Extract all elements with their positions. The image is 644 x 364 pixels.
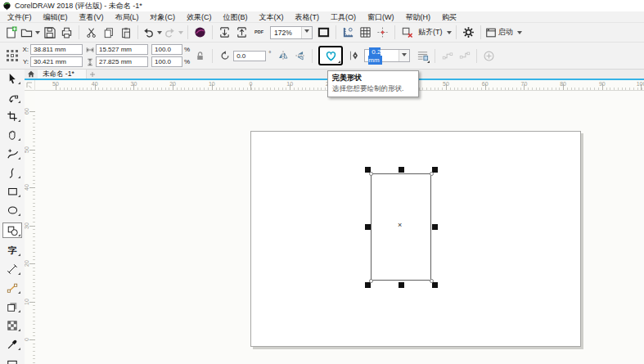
- mirror-horizontal-button[interactable]: [275, 47, 290, 64]
- freehand-tool[interactable]: [3, 147, 21, 160]
- common-shapes-tool[interactable]: [2, 222, 22, 238]
- selection-center-mark: ×: [398, 222, 402, 229]
- cut-button[interactable]: [83, 25, 99, 41]
- canvas-area[interactable]: ×: [35, 91, 644, 364]
- v-ruler-label: 10: [25, 297, 35, 307]
- drop-shadow-tool[interactable]: [3, 300, 21, 313]
- crop-tool[interactable]: [3, 110, 21, 123]
- perfect-shapes-button[interactable]: [318, 46, 343, 65]
- lock-ratio-button[interactable]: [192, 47, 208, 64]
- rectangle-tool[interactable]: [3, 185, 21, 198]
- menu-item-3[interactable]: 查看(V): [74, 11, 110, 23]
- quick-customize-button[interactable]: [481, 47, 497, 64]
- selection-handle[interactable]: [432, 282, 438, 288]
- options-button[interactable]: [461, 25, 476, 41]
- print-button[interactable]: [59, 25, 74, 41]
- welcome-tab[interactable]: [25, 70, 38, 79]
- selection-handle[interactable]: [365, 282, 371, 288]
- interactive-fill-tool[interactable]: [3, 357, 21, 364]
- corner-node[interactable]: [430, 172, 434, 176]
- show-rulers-button[interactable]: [340, 25, 356, 41]
- rotation-angle-input[interactable]: 0.0: [233, 51, 266, 61]
- shape-tool[interactable]: [3, 91, 21, 104]
- vertical-ruler[interactable]: 6050403020100: [25, 91, 35, 364]
- outline-width-combo[interactable]: 0.2 mm: [364, 49, 410, 62]
- flyout-corner-icon: [18, 157, 20, 160]
- pick-tool[interactable]: [3, 72, 21, 85]
- menu-item-2[interactable]: 编辑(E): [38, 11, 74, 23]
- object-height-input[interactable]: 27.825 mm: [96, 56, 148, 67]
- flyout-corner-icon: [18, 234, 20, 236]
- connector-tool[interactable]: [3, 281, 21, 294]
- scale-height-input[interactable]: 100.0: [151, 56, 182, 67]
- menu-item-7[interactable]: 位图(B): [218, 11, 254, 23]
- dimension-tool[interactable]: [3, 263, 21, 276]
- transparency-tool[interactable]: [3, 319, 21, 332]
- menu-item-11[interactable]: 窗口(W): [362, 11, 400, 23]
- undo-dropdown-icon[interactable]: [157, 31, 162, 37]
- corner-node[interactable]: [369, 172, 373, 176]
- object-width-input[interactable]: 15.527 mm: [96, 44, 148, 55]
- menu-item-6[interactable]: 效果(C): [181, 11, 218, 23]
- new-document-button[interactable]: [3, 25, 19, 41]
- undo-button[interactable]: [142, 25, 162, 41]
- fullscreen-preview-button[interactable]: [316, 25, 331, 41]
- menu-item-12[interactable]: 帮助(H): [400, 11, 437, 23]
- two-point-line-tool[interactable]: [3, 166, 21, 179]
- text-tool[interactable]: 字: [3, 244, 21, 257]
- publish-pdf-button[interactable]: PDF: [251, 25, 267, 41]
- y-position-input[interactable]: 30.421 mm: [30, 56, 83, 67]
- toolbar-separator: [336, 25, 336, 39]
- launch-dropdown[interactable]: 启动: [485, 25, 522, 41]
- document-tab[interactable]: 未命名 -1*: [38, 70, 87, 79]
- new-tab-button[interactable]: [87, 70, 98, 79]
- x-position-input[interactable]: 38.811 mm: [30, 44, 83, 55]
- wrap-text-button[interactable]: [415, 47, 430, 64]
- save-button[interactable]: [42, 25, 57, 41]
- selection-handle[interactable]: [399, 167, 404, 173]
- object-position-icon: [4, 47, 20, 64]
- flyout-corner-icon: [18, 138, 20, 141]
- paste-button[interactable]: [118, 25, 133, 41]
- selection-handle[interactable]: [365, 224, 371, 230]
- corner-node[interactable]: [369, 279, 373, 283]
- zoom-dropdown-button[interactable]: [301, 27, 312, 38]
- show-grid-button[interactable]: [358, 25, 373, 41]
- selection-handle[interactable]: [399, 282, 404, 288]
- search-content-button[interactable]: [192, 25, 208, 41]
- launch-caret-icon[interactable]: [517, 31, 522, 37]
- open-dropdown-icon[interactable]: [35, 31, 40, 37]
- coreldraw-window: CorelDRAW 2018 (评估版) - 未命名 -1* 文件(F)编辑(E…: [0, 0, 644, 364]
- corner-node[interactable]: [430, 279, 434, 283]
- copy-button[interactable]: [101, 25, 116, 41]
- color-eyedropper-tool[interactable]: [3, 338, 21, 351]
- menu-item-8[interactable]: 文本(X): [254, 11, 290, 23]
- snap-off-button[interactable]: [399, 25, 415, 41]
- ruler-origin-corner[interactable]: [25, 80, 35, 91]
- menu-item-4[interactable]: 布局(L): [110, 11, 145, 23]
- pan-tool[interactable]: [3, 128, 21, 142]
- menu-item-1[interactable]: 文件(F): [2, 11, 38, 23]
- snap-to-caret-icon[interactable]: [447, 31, 452, 37]
- open-button[interactable]: [20, 25, 40, 41]
- flyout-corner-icon: [427, 61, 430, 63]
- outline-width-icon: [346, 47, 362, 64]
- snap-to-dropdown[interactable]: 贴齐(T): [417, 25, 452, 41]
- export-button[interactable]: [234, 25, 250, 41]
- title-bar: CorelDRAW 2018 (评估版) - 未命名 -1*: [0, 0, 644, 11]
- zoom-level-combo[interactable]: 172%: [270, 26, 313, 39]
- mirror-vertical-button[interactable]: [292, 47, 308, 64]
- show-guidelines-button[interactable]: [375, 25, 390, 41]
- selection-handle[interactable]: [432, 224, 438, 230]
- outline-width-dropdown-button[interactable]: [399, 50, 409, 61]
- menu-item-9[interactable]: 表格(T): [290, 11, 326, 23]
- menu-item-5[interactable]: 对象(C): [145, 11, 182, 23]
- scale-width-input[interactable]: 100.0: [151, 44, 182, 55]
- flyout-corner-icon: [18, 213, 20, 216]
- ellipse-tool[interactable]: [3, 204, 21, 217]
- menu-item-10[interactable]: 工具(O): [325, 11, 362, 23]
- plus-icon: [89, 71, 96, 78]
- import-button[interactable]: [217, 25, 232, 41]
- flyout-corner-icon: [18, 310, 20, 312]
- menu-item-13[interactable]: 购买: [436, 11, 462, 23]
